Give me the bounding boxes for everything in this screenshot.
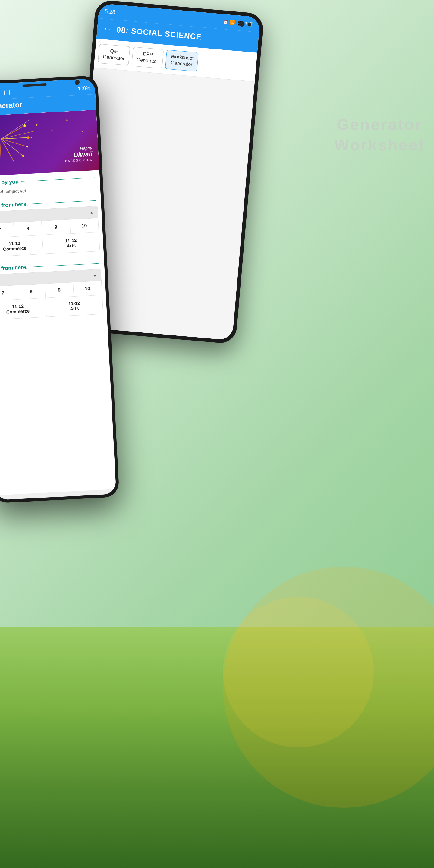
class-btn-7[interactable]: 7 [0,222,14,238]
subjects-class-btn-7[interactable]: 7 [0,285,18,301]
front-signal-bars: | | | | [1,90,10,96]
svg-point-13 [51,130,53,131]
svg-line-5 [0,139,2,166]
svg-line-3 [1,138,23,157]
free-papers-label: apers from here. [0,201,28,210]
tab-worksheet-generator[interactable]: WorksheetGenerator [165,50,198,72]
alarm-icon: ⏰ [223,19,228,24]
scroll-bottom-spacer [0,316,108,347]
svg-point-12 [36,124,37,126]
gen-text-line1: Generator [337,115,423,135]
svg-point-10 [26,146,28,147]
svg-point-9 [27,136,29,138]
tab-dpp-generator[interactable]: DPPGenerator [131,47,164,68]
subjects-class-btn-11-12-arts[interactable]: 11-12Arts [46,295,103,317]
front-battery-label: 100% [78,85,90,91]
subjects-class-btn-8[interactable]: 8 [17,284,46,299]
purchased-subjects-label: bjects by you [0,179,19,187]
back-app-title: 08: SOCIAL SCIENCE [116,25,202,42]
class-btn-11-12-arts[interactable]: 11-12Arts [42,232,100,254]
svg-point-8 [23,124,26,127]
subjects-expand-icon[interactable]: ▲ [93,273,97,278]
subjects-class-btn-9[interactable]: 9 [45,282,74,298]
phone-front-screen: ⏰ 📶 📱 | | | | 100% n Generator [0,79,116,500]
subjects-class-btn-11-12-commerce[interactable]: 11-12Commerce [0,298,47,320]
svg-point-16 [82,131,83,132]
camera-dot-secondary [247,23,251,27]
class-btn-9[interactable]: 9 [41,219,70,235]
class-btn-8[interactable]: 8 [13,221,42,236]
svg-point-14 [30,137,32,138]
deco-circle-2 [223,597,374,747]
free-papers-expand-icon[interactable]: ▲ [90,210,94,215]
class-btn-11-12-commerce[interactable]: 11-12Commerce [0,235,43,257]
diwali-banner: 🪔 Happy Diwali BACKGROUND [0,110,99,176]
tab-qp-generator[interactable]: Q/PGenerator [98,44,130,65]
back-status-time: 5:28 [104,8,116,16]
front-scroll-content[interactable]: 🪔 Happy Diwali BACKGROUND bjects by you … [0,110,116,495]
gen-text-line2: Worksheet [334,135,425,156]
diwali-text: Happy Diwali BACKGROUND [64,145,93,163]
subjects-class-selector: ass ▲ 7 8 9 10 11-12Commerce 11-12Arts [0,269,103,320]
front-status-left: ⏰ 📶 📱 | | | | [0,90,10,97]
svg-line-1 [1,137,28,139]
svg-line-6 [0,119,31,139]
front-camera-area [75,80,80,85]
back-arrow-icon[interactable]: ← [103,24,112,34]
back-camera-area [239,21,251,27]
svg-point-15 [66,119,67,121]
free-papers-class-selector: ass ▲ 7 8 9 10 11-12Commerce 11-12Arts [0,206,100,257]
subjects-class-label: ass [0,278,0,283]
camera-dot-main [239,21,245,27]
subjects-class-btn-10[interactable]: 10 [73,281,102,296]
subjects-label: ects from here. [0,264,28,273]
front-app-title: n Generator [0,97,91,111]
wifi-icon: 📶 [229,20,235,25]
class-btn-10[interactable]: 10 [70,218,98,234]
front-cam-dot [75,80,80,85]
generator-worksheet-bg-text: Generator Worksheet [334,115,425,155]
fireworks-svg [0,110,99,176]
